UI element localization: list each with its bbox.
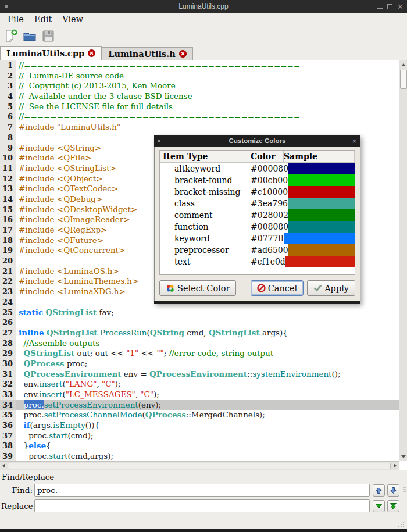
color-value-cell[interactable]: #3ea796 bbox=[248, 198, 288, 209]
code-line[interactable]: 31 QProcessEnvironment env = QProcessEnv… bbox=[0, 369, 399, 380]
color-sample-swatch[interactable] bbox=[288, 163, 355, 174]
scroll-left-icon[interactable] bbox=[0, 462, 8, 470]
scroll-down-icon[interactable] bbox=[399, 452, 407, 461]
window-titlebar[interactable]: LuminaUtils.cpp ✕ bbox=[0, 0, 407, 13]
header-sample[interactable]: Sample bbox=[284, 151, 355, 162]
tab-luminautils-cpp[interactable]: LuminaUtils.cpp bbox=[0, 46, 102, 60]
item-type-cell[interactable]: class bbox=[160, 198, 248, 209]
color-value-cell[interactable]: #0777ff bbox=[248, 233, 284, 244]
resize-grip-icon[interactable] bbox=[398, 522, 404, 527]
code-line[interactable]: 2// Lumina-DE source code bbox=[0, 71, 399, 81]
color-value-cell[interactable]: #c10000 bbox=[248, 186, 288, 198]
code-line[interactable]: 27inline QStringList ProcessRun(QString … bbox=[0, 328, 399, 338]
tab-luminautils-h[interactable]: LuminaUtils.h bbox=[102, 47, 193, 60]
color-table-row[interactable]: bracket-missing#c10000 bbox=[160, 186, 355, 198]
item-type-cell[interactable]: comment bbox=[160, 209, 248, 221]
code-line[interactable]: 32 env.insert("LANG", "C"); bbox=[0, 379, 399, 390]
menu-file[interactable]: File bbox=[2, 15, 29, 24]
color-value-cell[interactable]: #ad6500 bbox=[248, 244, 288, 256]
dialog-close-icon[interactable]: × bbox=[352, 137, 356, 145]
save-file-button[interactable] bbox=[40, 28, 56, 44]
close-icon[interactable]: ✕ bbox=[397, 3, 404, 10]
code-line[interactable]: 25static QStringList fav; bbox=[0, 308, 399, 318]
color-table-row[interactable]: bracket-found#00cb00 bbox=[160, 174, 355, 186]
code-line[interactable]: 30 QProcess proc; bbox=[0, 359, 399, 369]
minimize-icon[interactable] bbox=[377, 8, 383, 9]
item-type-cell[interactable]: bracket-missing bbox=[160, 186, 248, 198]
code-line[interactable]: 36 if(args.isEmpty()){ bbox=[0, 420, 399, 431]
code-text: //Assemble outputs bbox=[16, 338, 399, 349]
horizontal-scrollbar[interactable] bbox=[0, 461, 399, 470]
scroll-right-icon[interactable] bbox=[391, 462, 399, 470]
find-previous-button[interactable] bbox=[373, 484, 385, 497]
color-sample-swatch[interactable] bbox=[288, 221, 355, 233]
item-type-cell[interactable]: text bbox=[160, 256, 248, 267]
color-table-row[interactable]: altkeyword#000080 bbox=[160, 163, 355, 174]
tab-close-icon[interactable] bbox=[88, 49, 95, 57]
open-file-button[interactable] bbox=[22, 28, 38, 44]
code-line[interactable]: 4// Available under the 3-clause BSD lic… bbox=[0, 91, 399, 102]
replace-button[interactable] bbox=[373, 500, 385, 512]
code-line[interactable]: 37 proc.start(cmd); bbox=[0, 431, 399, 441]
code-line[interactable]: 3// Copyright (c) 2013-2015, Ken Moore bbox=[0, 81, 399, 91]
color-value-cell[interactable]: #cf1e0d bbox=[248, 256, 285, 267]
tab-close-icon[interactable] bbox=[179, 50, 187, 58]
find-input[interactable] bbox=[34, 484, 370, 497]
code-line[interactable]: 33 env.insert("LC_MESSAGES", "C"); bbox=[0, 390, 399, 400]
color-sample-swatch[interactable] bbox=[288, 174, 355, 186]
color-sample-swatch[interactable] bbox=[288, 209, 355, 221]
item-type-cell[interactable]: altkeyword bbox=[160, 163, 248, 174]
maximize-icon[interactable] bbox=[387, 4, 392, 9]
item-type-cell[interactable]: keyword bbox=[160, 233, 248, 244]
color-table-row[interactable]: class#3ea796 bbox=[160, 198, 355, 209]
color-table[interactable]: Item Type Color Sample altkeyword#000080… bbox=[159, 150, 355, 275]
code-line[interactable]: 35 proc.setProcessChannelMode(QProcess::… bbox=[0, 410, 399, 420]
find-next-button[interactable] bbox=[387, 484, 399, 497]
header-color[interactable]: Color bbox=[248, 151, 284, 162]
item-type-cell[interactable]: bracket-found bbox=[160, 174, 248, 186]
select-color-button[interactable]: Select Color bbox=[159, 280, 236, 296]
new-file-button[interactable] bbox=[3, 28, 19, 44]
code-line[interactable]: 6//=====================================… bbox=[0, 112, 399, 122]
horizontal-scrollbar-thumb[interactable] bbox=[8, 463, 391, 469]
item-type-cell[interactable]: function bbox=[160, 221, 248, 233]
code-line[interactable]: 28 //Assemble outputs bbox=[0, 338, 399, 349]
color-sample-swatch[interactable] bbox=[288, 186, 355, 198]
color-sample-swatch[interactable] bbox=[288, 244, 355, 256]
code-line[interactable]: 1//=====================================… bbox=[0, 60, 399, 71]
line-number: 33 bbox=[0, 390, 16, 400]
color-table-row[interactable]: text#cf1e0d bbox=[160, 256, 355, 267]
color-value-cell[interactable]: #00cb00 bbox=[248, 174, 288, 186]
color-table-row[interactable]: keyword#0777ff bbox=[160, 233, 355, 244]
code-line[interactable]: 34 proc.setProcessEnvironment(env); bbox=[0, 400, 399, 410]
code-text: env.insert("LANG", "C"); bbox=[16, 379, 399, 390]
code-line[interactable]: 26 bbox=[0, 317, 399, 328]
color-sample-swatch[interactable] bbox=[288, 198, 355, 209]
dialog-titlebar[interactable]: Customize Colors × bbox=[154, 135, 360, 147]
code-line[interactable]: 5// See the LICENSE file for full detail… bbox=[0, 102, 399, 112]
code-line[interactable]: 29 QStringList out; out << "1" << ""; //… bbox=[0, 348, 399, 359]
color-value-cell[interactable]: #028002 bbox=[248, 209, 288, 221]
code-line[interactable]: 39 proc.start(cmd,args); bbox=[0, 451, 399, 461]
vertical-scrollbar-thumb[interactable] bbox=[400, 70, 407, 89]
replace-input[interactable] bbox=[34, 499, 370, 512]
color-value-cell[interactable]: #008080 bbox=[248, 221, 288, 233]
color-value-cell[interactable]: #000080 bbox=[248, 163, 288, 174]
menu-edit[interactable]: Edit bbox=[29, 15, 57, 24]
color-sample-swatch[interactable] bbox=[284, 233, 355, 244]
line-number: 16 bbox=[0, 215, 16, 225]
menu-view[interactable]: View bbox=[57, 15, 88, 24]
item-type-cell[interactable]: preprocessor bbox=[160, 244, 248, 256]
code-line[interactable]: 38 }else{ bbox=[0, 441, 399, 451]
scroll-up-icon[interactable] bbox=[399, 60, 407, 69]
color-table-row[interactable]: preprocessor#ad6500 bbox=[160, 244, 355, 256]
apply-button[interactable]: Apply bbox=[307, 280, 355, 296]
cancel-button[interactable]: Cancel bbox=[251, 280, 304, 296]
color-table-row[interactable]: function#008080 bbox=[160, 221, 355, 233]
code-line[interactable]: 7#include "LuminaUtils.h" bbox=[0, 122, 399, 133]
color-table-row[interactable]: comment#028002 bbox=[160, 209, 355, 221]
vertical-scrollbar[interactable] bbox=[399, 60, 407, 461]
replace-all-button[interactable] bbox=[387, 500, 399, 512]
color-sample-swatch[interactable] bbox=[285, 256, 355, 267]
header-item-type[interactable]: Item Type bbox=[160, 151, 248, 162]
